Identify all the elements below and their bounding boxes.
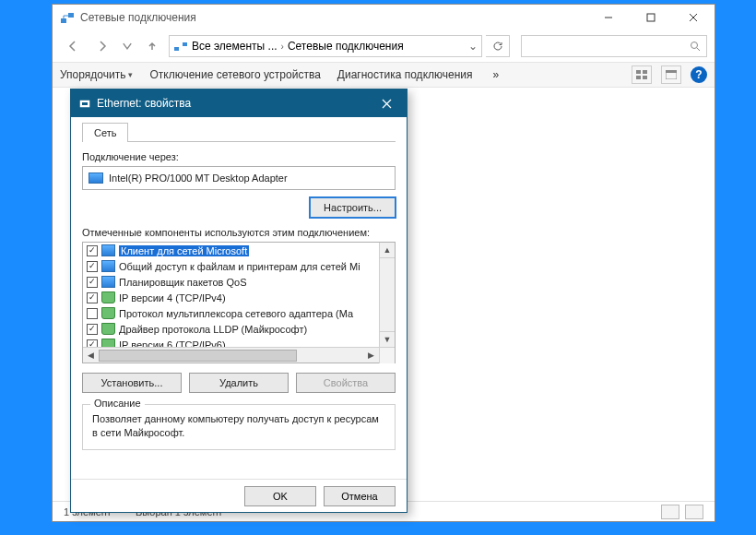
dialog-titlebar: Ethernet: свойства bbox=[71, 89, 407, 117]
component-row[interactable]: Планировщик пакетов QoS bbox=[83, 274, 395, 290]
component-checkbox[interactable] bbox=[87, 292, 98, 303]
search-icon bbox=[690, 41, 701, 52]
dialog-close-button[interactable] bbox=[366, 89, 407, 117]
toolbar-organize[interactable]: Упорядочить▾ bbox=[60, 68, 133, 81]
protocol-icon bbox=[101, 291, 115, 303]
component-label: Протокол мультиплексора сетевого адаптер… bbox=[119, 308, 353, 319]
adapter-name: Intel(R) PRO/1000 MT Desktop Adapter bbox=[109, 172, 288, 184]
adapter-box: Intel(R) PRO/1000 MT Desktop Adapter bbox=[82, 166, 396, 190]
toolbar-disable-device[interactable]: Отключение сетевого устройства bbox=[149, 68, 320, 81]
remove-button[interactable]: Удалить bbox=[189, 373, 289, 393]
component-row[interactable]: Протокол мультиплексора сетевого адаптер… bbox=[83, 305, 395, 321]
status-view-icons[interactable] bbox=[685, 505, 703, 519]
breadcrumb-separator: › bbox=[281, 42, 284, 52]
up-button[interactable] bbox=[139, 34, 165, 58]
svg-rect-13 bbox=[82, 102, 88, 105]
components-label: Отмеченные компоненты используются этим … bbox=[82, 227, 396, 238]
svg-rect-8 bbox=[636, 76, 641, 79]
vertical-scrollbar[interactable]: ▲ ▼ bbox=[379, 243, 395, 347]
component-checkbox[interactable] bbox=[87, 277, 98, 288]
component-checkbox[interactable] bbox=[87, 308, 98, 319]
ethernet-icon bbox=[78, 97, 91, 110]
history-dropdown[interactable] bbox=[119, 34, 136, 58]
adapter-icon bbox=[89, 172, 103, 184]
svg-rect-7 bbox=[643, 70, 647, 74]
component-row[interactable]: Клиент для сетей Microsoft bbox=[83, 243, 395, 258]
connect-via-label: Подключение через: bbox=[82, 151, 396, 162]
search-box[interactable] bbox=[521, 35, 707, 57]
svg-rect-11 bbox=[666, 70, 677, 73]
dialog-footer: OK Отмена bbox=[71, 479, 407, 512]
back-button[interactable] bbox=[60, 34, 86, 58]
component-checkbox[interactable] bbox=[87, 324, 98, 335]
address-bar[interactable]: Все элементы ... › Сетевые подключения ⌄ bbox=[169, 35, 482, 57]
component-row[interactable]: IP версии 4 (TCP/IPv4) bbox=[83, 290, 395, 305]
network-connections-icon bbox=[60, 10, 75, 25]
service-icon bbox=[101, 276, 115, 288]
components-items[interactable]: Клиент для сетей MicrosoftОбщий доступ к… bbox=[83, 243, 395, 347]
component-row[interactable]: IP версии 6 (TCP/IPv6) bbox=[83, 337, 395, 347]
service-icon bbox=[101, 244, 115, 256]
protocol-icon bbox=[101, 339, 115, 347]
component-checkbox[interactable] bbox=[87, 261, 98, 272]
hscroll-thumb[interactable] bbox=[99, 350, 297, 362]
svg-rect-0 bbox=[61, 18, 66, 23]
protocol-icon bbox=[101, 307, 115, 319]
service-icon bbox=[101, 260, 115, 272]
install-button[interactable]: Установить... bbox=[82, 373, 182, 393]
component-label: Общий доступ к файлам и принтерам для се… bbox=[119, 261, 360, 272]
dialog-title: Ethernet: свойства bbox=[97, 97, 191, 110]
close-button[interactable] bbox=[672, 5, 715, 30]
explorer-titlebar: Сетевые подключения bbox=[53, 5, 715, 30]
maximize-button[interactable] bbox=[630, 5, 672, 30]
scroll-right-icon[interactable]: ▶ bbox=[363, 348, 379, 363]
toolbar-overflow[interactable]: » bbox=[493, 68, 500, 81]
properties-button[interactable]: Свойства bbox=[296, 373, 396, 393]
help-button[interactable]: ? bbox=[691, 66, 707, 83]
component-row[interactable]: Драйвер протокола LLDP (Майкрософт) bbox=[83, 321, 395, 337]
svg-rect-6 bbox=[636, 70, 641, 74]
svg-rect-4 bbox=[183, 42, 187, 46]
component-label: Драйвер протокола LLDP (Майкрософт) bbox=[119, 324, 307, 335]
protocol-icon bbox=[101, 323, 115, 335]
view-button-1[interactable] bbox=[632, 65, 652, 84]
breadcrumb-part1[interactable]: Все элементы ... bbox=[192, 40, 278, 53]
scroll-left-icon[interactable]: ◀ bbox=[83, 348, 99, 363]
component-label: Планировщик пакетов QoS bbox=[119, 277, 247, 288]
description-group: Описание Позволяет данному компьютеру по… bbox=[82, 404, 396, 450]
forward-button[interactable] bbox=[89, 34, 115, 58]
svg-point-5 bbox=[691, 42, 698, 49]
ok-button[interactable]: OK bbox=[244, 486, 316, 506]
toolbar-diagnose[interactable]: Диагностика подключения bbox=[337, 68, 473, 81]
explorer-title: Сетевые подключения bbox=[80, 11, 196, 24]
svg-rect-2 bbox=[647, 14, 655, 21]
component-label: IP версии 6 (TCP/IPv6) bbox=[119, 339, 226, 348]
breadcrumb-part2[interactable]: Сетевые подключения bbox=[288, 40, 404, 53]
configure-button[interactable]: Настроить... bbox=[310, 197, 396, 218]
component-checkbox[interactable] bbox=[87, 339, 98, 348]
component-label: IP версии 4 (TCP/IPv4) bbox=[119, 292, 226, 303]
location-icon bbox=[173, 40, 188, 53]
address-dropdown[interactable]: ⌄ bbox=[468, 40, 478, 53]
view-button-2[interactable] bbox=[661, 65, 681, 84]
explorer-toolbar: Упорядочить▾ Отключение сетевого устройс… bbox=[53, 62, 715, 88]
horizontal-scrollbar[interactable]: ◀ ▶ bbox=[83, 347, 395, 363]
scroll-down-icon[interactable]: ▼ bbox=[380, 331, 395, 347]
svg-rect-9 bbox=[643, 76, 647, 79]
description-legend: Описание bbox=[90, 398, 145, 409]
component-row[interactable]: Общий доступ к файлам и принтерам для се… bbox=[83, 258, 395, 274]
scroll-up-icon[interactable]: ▲ bbox=[380, 243, 395, 258]
properties-dialog: Ethernet: свойства Сеть Подключение чере… bbox=[70, 89, 408, 513]
description-text: Позволяет данному компьютеру получать до… bbox=[92, 412, 385, 440]
tab-network[interactable]: Сеть bbox=[82, 123, 128, 142]
cancel-button[interactable]: Отмена bbox=[324, 486, 396, 506]
component-checkbox[interactable] bbox=[87, 245, 98, 256]
svg-rect-3 bbox=[174, 47, 179, 51]
minimize-button[interactable] bbox=[587, 5, 630, 30]
status-view-details[interactable] bbox=[661, 505, 679, 519]
dialog-tabs: Сеть bbox=[82, 123, 396, 142]
dialog-body: Сеть Подключение через: Intel(R) PRO/100… bbox=[71, 117, 407, 479]
explorer-navbar: Все элементы ... › Сетевые подключения ⌄ bbox=[53, 30, 715, 62]
components-list: Клиент для сетей MicrosoftОбщий доступ к… bbox=[82, 242, 396, 363]
refresh-button[interactable] bbox=[486, 35, 510, 57]
